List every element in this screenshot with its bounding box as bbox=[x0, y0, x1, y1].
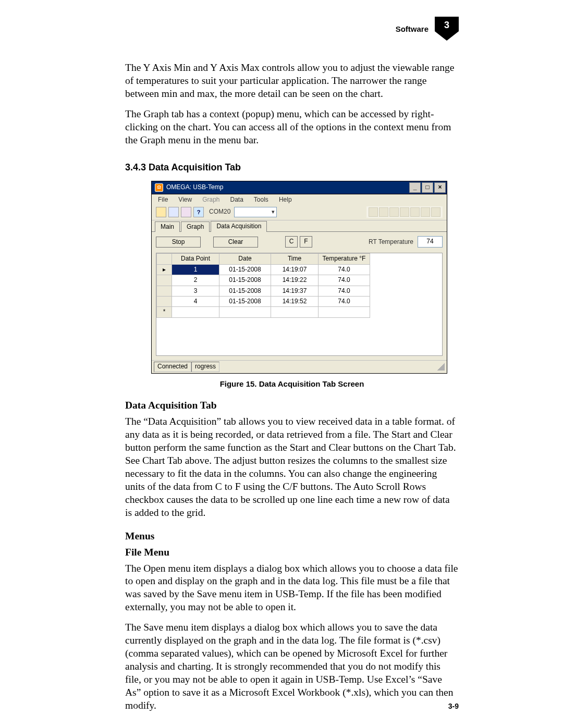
cell-temp[interactable]: 74.0 bbox=[319, 296, 370, 306]
toolbar-icon[interactable] bbox=[431, 207, 440, 217]
chapter-chevron-icon: 3 bbox=[435, 17, 459, 41]
header-section-label: Software bbox=[396, 24, 429, 33]
toolbar-icon[interactable] bbox=[379, 207, 388, 217]
window-title: OMEGA: USB-Temp bbox=[166, 183, 223, 191]
toolbar-icon[interactable] bbox=[421, 207, 430, 217]
heading-file-menu: File Menu bbox=[125, 546, 459, 559]
cell-time[interactable] bbox=[271, 307, 319, 317]
row-header-corner bbox=[157, 254, 172, 264]
cell-point[interactable]: 4 bbox=[172, 296, 219, 306]
cell-temp[interactable]: 74.0 bbox=[319, 286, 370, 296]
rt-temperature-label: RT Temperature bbox=[369, 238, 413, 246]
cell-temp[interactable]: 74.0 bbox=[319, 264, 370, 275]
com-port-dropdown[interactable] bbox=[234, 207, 277, 217]
table-row[interactable]: ▸ 1 01-15-2008 14:19:07 74.0 bbox=[157, 264, 370, 275]
heading-menus: Menus bbox=[125, 530, 459, 543]
screenshot-window: Ω OMEGA: USB-Temp _ □ × File View Graph … bbox=[151, 181, 447, 374]
cell-date[interactable] bbox=[219, 307, 271, 317]
toolbar: ? COM20 bbox=[152, 205, 447, 220]
row-marker bbox=[157, 296, 172, 306]
celsius-button[interactable]: C bbox=[285, 236, 298, 248]
window-titlebar: Ω OMEGA: USB-Temp _ □ × bbox=[152, 181, 447, 194]
app-icon: Ω bbox=[155, 183, 163, 192]
cell-point[interactable]: 3 bbox=[172, 286, 219, 296]
cell-point[interactable] bbox=[172, 307, 219, 317]
table-row-new[interactable]: * bbox=[157, 307, 370, 317]
help-icon[interactable]: ? bbox=[193, 207, 204, 217]
tab-row: Main Graph Data Acquisition bbox=[152, 220, 447, 232]
window-close-button[interactable]: × bbox=[434, 182, 446, 193]
rt-temperature-value: 74 bbox=[418, 236, 443, 248]
window-maximize-button[interactable]: □ bbox=[422, 182, 433, 193]
table-row[interactable]: 3 01-15-2008 14:19:37 74.0 bbox=[157, 286, 370, 296]
resize-grip-icon[interactable] bbox=[437, 363, 445, 371]
para-daq: The “Data Acquisition” tab allows you to… bbox=[125, 415, 459, 520]
tab-main[interactable]: Main bbox=[155, 221, 180, 232]
cell-point[interactable]: 1 bbox=[172, 264, 219, 275]
toolbar-right-icons bbox=[366, 206, 443, 218]
cell-temp[interactable] bbox=[319, 307, 370, 317]
tab-graph[interactable]: Graph bbox=[181, 221, 210, 232]
document-page: Software 3 The Y Axis Min and Y Axis Max… bbox=[0, 0, 563, 728]
com-port-label: COM20 bbox=[209, 208, 230, 216]
table-row[interactable]: 2 01-15-2008 14:19:22 74.0 bbox=[157, 275, 370, 286]
tab-data-acquisition[interactable]: Data Acquisition bbox=[211, 221, 267, 232]
para-save-menu: The Save menu item displays a dialog box… bbox=[125, 621, 459, 712]
cell-date[interactable]: 01-15-2008 bbox=[219, 275, 271, 286]
col-temp[interactable]: Temperature °F bbox=[319, 254, 370, 264]
fahrenheit-button[interactable]: F bbox=[300, 236, 312, 248]
status-connected: Connected bbox=[154, 362, 191, 372]
row-marker bbox=[157, 286, 172, 296]
row-marker: * bbox=[157, 307, 172, 317]
cell-point[interactable]: 2 bbox=[172, 275, 219, 286]
chapter-number: 3 bbox=[435, 20, 459, 31]
page-header-tag: Software 3 bbox=[396, 17, 459, 41]
menu-view[interactable]: View bbox=[178, 196, 192, 204]
col-date[interactable]: Date bbox=[219, 254, 271, 264]
status-progress: rogress bbox=[191, 362, 219, 372]
body-column: The Y Axis Min and Y Axis Max controls a… bbox=[125, 61, 459, 712]
heading-343: 3.4.3 Data Acquisition Tab bbox=[125, 162, 459, 174]
heading-daq-tab: Data Acquisition Tab bbox=[125, 399, 459, 412]
menu-graph[interactable]: Graph bbox=[202, 196, 219, 204]
para-yaxis: The Y Axis Min and Y Axis Max controls a… bbox=[125, 61, 459, 101]
row-marker: ▸ bbox=[157, 264, 172, 275]
col-data-point[interactable]: Data Point bbox=[172, 254, 219, 264]
toolbar-icon[interactable] bbox=[400, 207, 409, 217]
cell-time[interactable]: 14:19:07 bbox=[271, 264, 319, 275]
stop-button[interactable]: Stop bbox=[156, 237, 201, 248]
data-grid[interactable]: Data Point Date Time Temperature °F ▸ 1 … bbox=[156, 253, 443, 356]
menu-tools[interactable]: Tools bbox=[254, 196, 268, 204]
para-open-menu: The Open menu item displays a dialog box… bbox=[125, 562, 459, 614]
menu-bar: File View Graph Data Tools Help bbox=[152, 194, 447, 205]
toolbar-icon[interactable] bbox=[410, 207, 420, 217]
toolbar-icon[interactable] bbox=[369, 207, 378, 217]
table-header-row: Data Point Date Time Temperature °F bbox=[157, 254, 370, 264]
save-icon[interactable] bbox=[168, 207, 179, 217]
cell-date[interactable]: 01-15-2008 bbox=[219, 296, 271, 306]
page-number: 3-9 bbox=[448, 702, 459, 710]
cell-time[interactable]: 14:19:37 bbox=[271, 286, 319, 296]
cell-time[interactable]: 14:19:22 bbox=[271, 275, 319, 286]
controls-row: Stop Clear C F RT Temperature 74 bbox=[152, 232, 447, 252]
cell-temp[interactable]: 74.0 bbox=[319, 275, 370, 286]
cell-time[interactable]: 14:19:52 bbox=[271, 296, 319, 306]
cell-date[interactable]: 01-15-2008 bbox=[219, 264, 271, 275]
figure-caption: Figure 15. Data Acquisition Tab Screen bbox=[125, 379, 459, 389]
menu-file[interactable]: File bbox=[158, 196, 168, 204]
window-minimize-button[interactable]: _ bbox=[409, 182, 421, 193]
col-time[interactable]: Time bbox=[271, 254, 319, 264]
open-icon[interactable] bbox=[156, 207, 166, 217]
status-bar: Connected rogress bbox=[152, 360, 447, 373]
toolbar-icon[interactable] bbox=[389, 207, 399, 217]
para-graph-context: The Graph tab has a context (popup) menu… bbox=[125, 108, 459, 147]
clear-button[interactable]: Clear bbox=[213, 237, 258, 248]
table-row[interactable]: 4 01-15-2008 14:19:52 74.0 bbox=[157, 296, 370, 306]
row-marker bbox=[157, 275, 172, 286]
cell-date[interactable]: 01-15-2008 bbox=[219, 286, 271, 296]
print-icon[interactable] bbox=[181, 207, 191, 217]
menu-data[interactable]: Data bbox=[230, 196, 243, 204]
menu-help[interactable]: Help bbox=[279, 196, 292, 204]
